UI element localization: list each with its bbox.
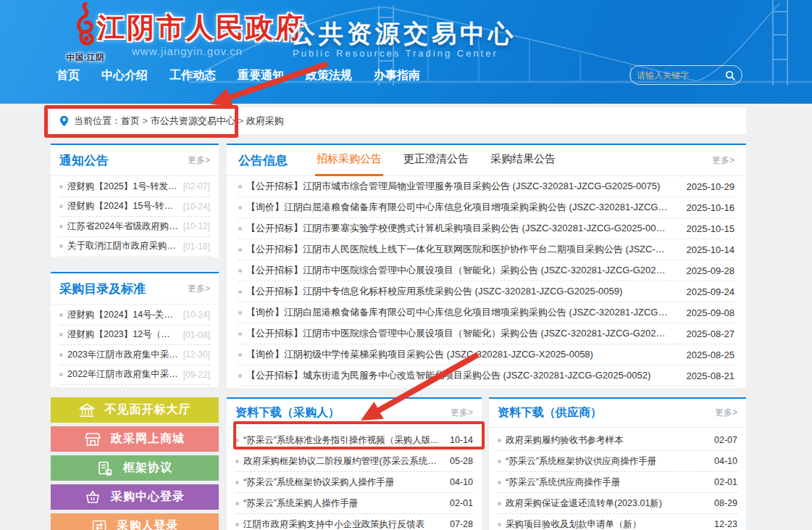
announcement-link[interactable]: 【公开招标】江阴市城市综合管理局物业管理服务项目采购公告 (JSZC-32028…	[246, 180, 668, 193]
table-row[interactable]: 【公开招标】城东街道为民服务中心改造智能化项目采购公告 (JSZC-320281…	[238, 365, 734, 386]
download-link[interactable]: 采购项目验收及划款申请单（新）	[506, 518, 707, 530]
list-item[interactable]: 澄财购【2025】1号-转发江苏... [02-07]	[59, 177, 210, 197]
breadcrumb-item[interactable]: 政府采购	[235, 115, 284, 126]
list-item[interactable]: 澄财购【2023】12号（关于转... [01-08]	[59, 326, 210, 346]
notice-link[interactable]: 澄财购【2025】1号-转发江苏...	[67, 181, 179, 193]
announcement-link[interactable]: 【询价】江阴白屈港粮食储备库有限公司中心库信息化项目增项采购采购公告 (JSZC…	[246, 201, 668, 214]
bullet-dot-icon	[238, 353, 242, 357]
nav-item[interactable]: 办事指南	[374, 68, 420, 83]
list-item[interactable]: 2023年江阴市政府集中采购目... [12-30]	[59, 345, 210, 365]
breadcrumb-item[interactable]: 首页	[121, 115, 140, 126]
announcements-panel: 公告信息 招标采购公告更正澄清公告采购结果公告 更多> 【公开招标】江阴市城市综…	[227, 144, 746, 388]
search-input[interactable]	[637, 70, 725, 80]
notice-link[interactable]: 关于取消江阴市政府采购中心...	[67, 240, 179, 252]
bullet-dot-icon	[59, 333, 63, 336]
quick-link-procurement-center-login[interactable]: 采购中心登录	[51, 484, 219, 510]
list-item[interactable]: “苏采云”系统采购人操作手册 02-01	[235, 493, 473, 514]
notice-link[interactable]: 江苏省2024年省级政府购买服...	[67, 220, 179, 233]
table-row[interactable]: 【公开招标】江阴市中医院综合管理中心展设项目（智能化）采购公告 (JSZC-32…	[238, 260, 734, 281]
table-row[interactable]: 【公开招标】江阴中专信息化标杆校应用系统采购公告 (JSZC-320281-JZ…	[238, 281, 734, 302]
bullet-dot-icon	[235, 481, 239, 484]
announcement-link[interactable]: 【公开招标】江阴市中医院综合管理中心展设项目（智能化）采购公告 (JSZC-32…	[246, 264, 668, 277]
download-link[interactable]: 政府采购保证金退还流转单(2023.01新)	[506, 497, 707, 510]
download-link[interactable]: “苏采云”系统标准业务指引操作视频（采购人版...	[243, 434, 443, 447]
catalog-link[interactable]: 2023年江阴市政府集中采购目...	[67, 349, 179, 361]
list-item[interactable]: 政府采购框架协议二阶段履约管理(苏采云系统操... 05-28	[235, 451, 473, 472]
download-link[interactable]: “苏采云”系统框架协议采购人操作手册	[243, 476, 443, 489]
downloads-supplier-more-link[interactable]: 更多>	[715, 407, 737, 419]
list-item[interactable]: 澄财购【2024】14号-关于转... [10-24]	[59, 305, 210, 326]
table-row[interactable]: 【公开招标】江阴市城市综合管理局物业管理服务项目采购公告 (JSZC-32028…	[238, 176, 734, 197]
announcements-panel-head: 公告信息 招标采购公告更正澄清公告采购结果公告 更多>	[227, 145, 746, 176]
announcements-title: 公告信息	[238, 152, 288, 169]
catalog-link[interactable]: 澄财购【2023】12号（关于转...	[67, 328, 179, 341]
table-row[interactable]: 【询价】江阴白屈港粮食储备库有限公司中心库信息化项目增项采购采购公告 (JSZC…	[238, 302, 734, 323]
downloads-purchaser-more-link[interactable]: 更多>	[451, 407, 473, 419]
list-item[interactable]: 澄财购【2024】15号-转发《... [10-24]	[59, 197, 210, 218]
announcement-link[interactable]: 【公开招标】江阴中专信息化标杆校应用系统采购公告 (JSZC-320281-JZ…	[246, 285, 668, 298]
bullet-dot-icon	[235, 523, 239, 526]
download-link[interactable]: 政府采购框架协议二阶段履约管理(苏采云系统操...	[243, 455, 443, 468]
list-item[interactable]: 江阴市政府采购支持中小企业政策执行反馈表 07-28	[235, 514, 473, 530]
notices-more-link[interactable]: 更多>	[188, 154, 210, 167]
announcement-link[interactable]: 【询价】江阴初级中学传菜梯采购项目采购公告 (JSZC-320281-JZCG-…	[246, 348, 668, 361]
download-link[interactable]: 江阴市政府采购支持中小企业政策执行反馈表	[243, 518, 443, 530]
table-row[interactable]: 【询价】江阴初级中学传菜梯采购项目采购公告 (JSZC-320281-JZCG-…	[238, 344, 734, 365]
announcement-tab[interactable]: 采购结果公告	[489, 145, 557, 176]
quick-link-purchaser-login[interactable]: 采购人登录	[51, 513, 219, 530]
list-item[interactable]: 2022年江阴市政府集中采购目... [09-22]	[59, 365, 210, 386]
announcement-link[interactable]: 【公开招标】江阴市中医院综合管理中心展设项目（智能化）采购公告 (JSZC-32…	[246, 327, 668, 340]
notice-link[interactable]: 澄财购【2024】15号-转发《...	[67, 200, 179, 212]
list-item[interactable]: 政府采购保证金退还流转单(2023.01新) 08-29	[498, 493, 737, 514]
catalog-panel: 采购目录及标准 更多> 澄财购【2024】14号-关于转... [10-24] …	[51, 272, 219, 387]
jiangyin-logo-icon	[70, 2, 101, 49]
catalog-more-link[interactable]: 更多>	[188, 283, 210, 295]
announcements-more-link[interactable]: 更多>	[712, 154, 734, 167]
logo-caption: 中国·江阴	[62, 52, 109, 63]
list-item[interactable]: “苏采云”系统框架协议供应商操作手册 04-10	[498, 451, 737, 472]
list-item[interactable]: 采购项目验收及划款申请单（新） 12-23	[498, 514, 737, 530]
nav-item[interactable]: 政策法规	[306, 68, 352, 83]
nav-item[interactable]: 首页	[56, 68, 80, 83]
download-link[interactable]: “苏采云”系统采购人操作手册	[243, 497, 443, 510]
list-item[interactable]: 政府采购履约验收书参考样本 02-07	[498, 430, 737, 451]
announcement-link[interactable]: 【公开招标】江阴市要塞实验学校便携式计算机采购项目采购公告 (JSZC-3202…	[246, 222, 668, 235]
site-header: 中国·江阴 江阴市人民政府 www.jiangyin.gov.cn 公共资源交易…	[0, 0, 812, 104]
bullet-dot-icon	[59, 185, 63, 189]
catalog-link[interactable]: 澄财购【2024】14号-关于转...	[67, 309, 179, 321]
announcement-link[interactable]: 【公开招标】城东街道为民服务中心改造智能化项目采购公告 (JSZC-320281…	[246, 369, 668, 382]
catalog-link[interactable]: 2022年江阴市政府集中采购目...	[67, 368, 179, 381]
nav-item[interactable]: 中心介绍	[101, 68, 148, 83]
announcement-tab[interactable]: 招标采购公告	[315, 145, 383, 176]
breadcrumb-item[interactable]: 市公共资源交易中心	[140, 115, 235, 126]
table-row[interactable]: 【公开招标】江阴市中医院综合管理中心展设项目（智能化）采购公告 (JSZC-32…	[238, 323, 734, 344]
catalog-date: [01-08]	[183, 330, 210, 340]
bullet-dot-icon	[59, 204, 63, 208]
bullet-dot-icon	[498, 460, 501, 463]
announcement-date: 2025-08-27	[687, 328, 735, 339]
download-link[interactable]: 政府采购履约验收书参考样本	[506, 434, 707, 447]
announcement-link[interactable]: 【询价】江阴白屈港粮食储备库有限公司中心库信息化项目增项采购采购公告 (JSZC…	[246, 306, 668, 319]
download-link[interactable]: “苏采云”系统供应商操作手册	[506, 476, 707, 489]
nav-item[interactable]: 重要通知	[238, 68, 284, 83]
search-icon	[725, 70, 735, 80]
content-row-1: 通知公告 更多> 澄财购【2025】1号-转发江苏... [02-07] 澄财购…	[51, 144, 746, 388]
quick-link-open-bidding-hall[interactable]: 不见面开标大厅	[51, 397, 219, 423]
table-row[interactable]: 【公开招标】江阴市要塞实验学校便携式计算机采购项目采购公告 (JSZC-3202…	[238, 218, 734, 239]
search-button[interactable]	[725, 70, 735, 80]
list-item[interactable]: 江苏省2024年省级政府购买服... [10-12]	[59, 217, 210, 237]
nav-item[interactable]: 工作动态	[169, 68, 216, 83]
download-link[interactable]: “苏采云”系统框架协议供应商操作手册	[506, 455, 707, 468]
list-item[interactable]: “苏采云”系统框架协议采购人操作手册 04-10	[235, 472, 473, 493]
list-item[interactable]: “苏采云”系统供应商操作手册 02-01	[498, 472, 737, 493]
downloads-supplier-title: 资料下载（供应商）	[498, 405, 602, 421]
quick-link-online-mall[interactable]: 政采网上商城	[51, 426, 219, 452]
announcement-tab[interactable]: 更正澄清公告	[402, 145, 470, 176]
table-row[interactable]: 【公开招标】江阴市人民医院线上线下一体化互联网医院和医护协作平台二期项目采购公告…	[238, 239, 734, 260]
list-item[interactable]: “苏采云”系统标准业务指引操作视频（采购人版... 10-14	[235, 430, 473, 451]
table-row[interactable]: 【询价】江阴白屈港粮食储备库有限公司中心库信息化项目增项采购采购公告 (JSZC…	[238, 197, 734, 218]
bullet-dot-icon	[238, 332, 242, 336]
list-item[interactable]: 关于取消江阴市政府采购中心... [01-18]	[59, 237, 210, 257]
announcement-link[interactable]: 【公开招标】江阴市人民医院线上线下一体化互联网医院和医护协作平台二期项目采购公告…	[246, 243, 668, 256]
quick-link-framework-agreement[interactable]: 框架协议	[51, 455, 219, 481]
